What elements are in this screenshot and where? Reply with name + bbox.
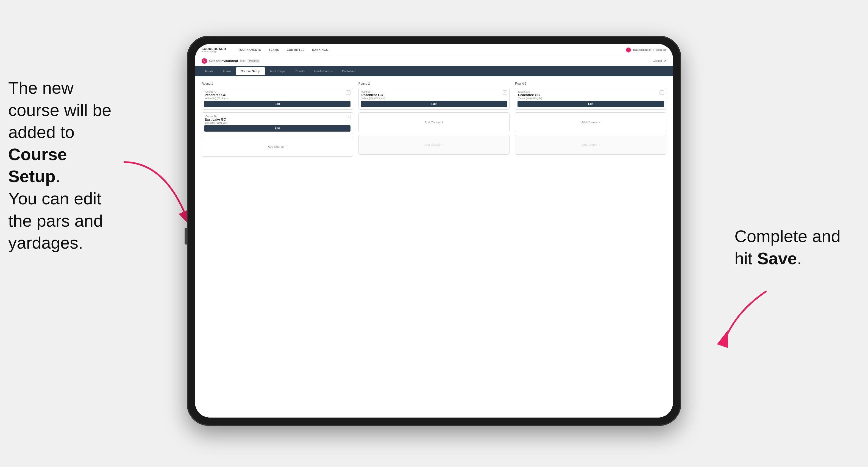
tournament-name: Clippd Invitational — [209, 59, 238, 63]
round-3-label: Round 3 — [515, 82, 666, 85]
tab-course-setup[interactable]: Course Setup — [236, 67, 265, 75]
course-b-details: Black (M) (6891 yds) — [205, 121, 350, 124]
round-2-course-a-name: Peachtree GC — [362, 93, 507, 97]
round-3-course-a-edit-button[interactable]: Edit — [518, 101, 664, 107]
round-2-course-a-delete-button[interactable]: ○ — [503, 90, 507, 95]
annotation-left: The new course will be added to Course S… — [8, 77, 124, 254]
round-2-course-a-details: Yellow (M) (6629 yds) — [362, 97, 507, 100]
rounds-grid: Round 1 (Course A) Peachtree GC Yellow (… — [202, 82, 666, 159]
annotation-right: Complete and hit Save. — [735, 225, 840, 270]
round-3-course-a-card: (Course A) Peachtree GC Yellow (M) (6629… — [515, 88, 666, 110]
round-2-column: Round 2 (Course A) Peachtree GC Yellow (… — [359, 82, 510, 159]
course-a-details: Yellow (M) (6629 yds) — [205, 97, 350, 100]
round-1-column: Round 1 (Course A) Peachtree GC Yellow (… — [202, 82, 353, 159]
nav-teams[interactable]: TEAMS — [269, 48, 279, 51]
tab-tee-groups[interactable]: Tee Groups — [265, 67, 290, 75]
round-3-course-a-name: Peachtree GC — [518, 93, 663, 97]
round-2-label: Round 2 — [359, 82, 510, 85]
tournament-status: Hosting — [247, 59, 260, 63]
course-b-edit-button[interactable]: Edit — [204, 125, 350, 132]
tournament-logo: C — [202, 58, 207, 64]
plus-icon-r3-disabled: + — [598, 143, 600, 147]
nav-rankings[interactable]: RANKINGS — [312, 48, 328, 51]
round-1-add-course-button[interactable]: Add Course + — [202, 137, 353, 157]
round-1-course-b-card: (Course B) East Lake GC Black (M) (6891 … — [202, 112, 353, 134]
tab-teams[interactable]: Teams — [218, 67, 236, 75]
round-3-column: Round 3 (Course A) Peachtree GC Yellow (… — [515, 82, 666, 159]
plus-icon: + — [285, 145, 286, 148]
logo-scoreboard: SCOREBOARD — [202, 47, 226, 51]
tablet-side-button — [185, 228, 187, 245]
arrow-right-indicator — [711, 286, 783, 357]
round-2-course-a-tag: (Course A) — [362, 90, 507, 93]
tab-results[interactable]: Results — [290, 67, 309, 75]
round-3-course-a-details: Yellow (M) (6629 yds) — [518, 97, 663, 100]
nav-right: blair@clippd.io | Sign out — [626, 48, 666, 53]
tablet-frame: SCOREBOARD Powered by clippd TOURNAMENTS… — [187, 36, 681, 426]
tab-leaderboards[interactable]: Leaderboards — [310, 67, 337, 75]
round-2-course-a-header: (Course A) Peachtree GC Yellow (M) (6629… — [359, 88, 509, 101]
course-a-tag: (Course A) — [205, 90, 350, 93]
plus-icon-r3: + — [598, 121, 600, 124]
plus-icon-r2-disabled: + — [442, 143, 443, 147]
top-nav: SCOREBOARD Powered by clippd TOURNAMENTS… — [195, 44, 673, 56]
round-1-course-a-card: (Course A) Peachtree GC Yellow (M) (6629… — [202, 88, 353, 110]
round-3-add-course-disabled: Add Course + — [515, 135, 666, 155]
round-3-course-a-tag: (Course A) — [518, 90, 663, 93]
app-container: SCOREBOARD Powered by clippd TOURNAMENTS… — [195, 44, 673, 417]
tournament-bar: C Clippd Invitational Men Hosting Cancel… — [195, 56, 673, 66]
close-icon: ✕ — [664, 59, 666, 62]
logo-powered: Powered by clippd — [202, 51, 226, 53]
tab-details[interactable]: Details — [199, 67, 218, 75]
course-b-delete-button[interactable]: ○ — [346, 115, 350, 119]
sign-out-link[interactable]: Sign out — [656, 48, 666, 51]
logo-area: SCOREBOARD Powered by clippd — [202, 47, 226, 53]
course-a-edit-button[interactable]: Edit — [204, 101, 350, 107]
round-3-course-a-delete-button[interactable]: ○ — [659, 90, 664, 95]
round-2-add-course-button[interactable]: Add Course + — [359, 112, 510, 132]
course-b-name: East Lake GC — [205, 118, 350, 121]
tab-printables[interactable]: Printables — [338, 67, 360, 75]
nav-committee[interactable]: COMMITTEE — [287, 48, 305, 51]
plus-icon-r2: + — [442, 121, 443, 124]
round-2-add-course-disabled: Add Course + — [359, 135, 510, 155]
tabs-bar: Details Teams Course Setup Tee Groups Re… — [195, 66, 673, 76]
tournament-gender: Men — [240, 59, 245, 62]
course-b-tag: (Course B) — [205, 115, 350, 118]
nav-tournaments[interactable]: TOURNAMENTS — [238, 48, 261, 51]
round-3-course-a-header: (Course A) Peachtree GC Yellow (M) (6629… — [515, 88, 666, 101]
cancel-button[interactable]: Cancel ✕ — [653, 59, 666, 63]
user-email: blair@clippd.io — [633, 48, 651, 51]
avatar — [626, 48, 631, 53]
course-card-header: (Course A) Peachtree GC Yellow (M) (6629… — [202, 88, 353, 101]
course-a-delete-button[interactable]: ○ — [346, 90, 350, 95]
tablet-screen: SCOREBOARD Powered by clippd TOURNAMENTS… — [195, 44, 673, 417]
course-b-card-header: (Course B) East Lake GC Black (M) (6891 … — [202, 113, 353, 125]
round-2-course-a-edit-button[interactable]: Edit — [361, 101, 507, 107]
round-1-label: Round 1 — [202, 82, 353, 85]
round-3-add-course-button[interactable]: Add Course + — [515, 112, 666, 132]
main-content: Round 1 (Course A) Peachtree GC Yellow (… — [195, 76, 673, 417]
course-a-name: Peachtree GC — [205, 93, 350, 97]
round-2-course-a-card: (Course A) Peachtree GC Yellow (M) (6629… — [359, 88, 510, 110]
nav-separator: | — [653, 48, 654, 51]
